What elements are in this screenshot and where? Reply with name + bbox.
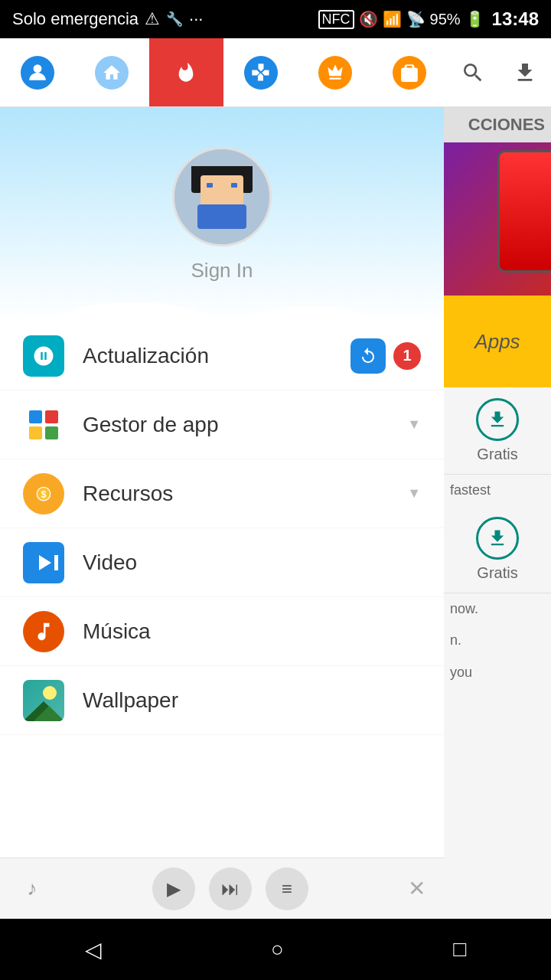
- avatar[interactable]: [172, 147, 272, 247]
- avatar-image: [174, 149, 269, 244]
- nfc-icon: NFC: [318, 10, 354, 29]
- download-circle-icon-2: [476, 517, 519, 560]
- menu-item-wallpaper[interactable]: Wallpaper: [0, 666, 444, 735]
- home-button[interactable]: ○: [271, 937, 284, 962]
- text-block-1: fastest: [444, 475, 551, 506]
- nav-trending[interactable]: [149, 38, 223, 106]
- text-block-4: you: [444, 657, 551, 688]
- main-area: Sign In Actualización 1: [0, 107, 551, 919]
- status-right: NFC 🔇 📶 📡 95% 🔋 13:48: [318, 8, 539, 30]
- battery-icon: 🔋: [465, 10, 484, 28]
- nav-home[interactable]: [74, 38, 148, 106]
- gratis-item-1[interactable]: Gratis: [444, 387, 551, 475]
- you-text: you: [450, 665, 472, 680]
- nav-briefcase[interactable]: [372, 38, 446, 106]
- top-nav: [0, 38, 551, 107]
- chevron-down-icon: ▼: [407, 416, 421, 433]
- sign-in-text[interactable]: Sign In: [191, 259, 253, 283]
- play-button[interactable]: ▶: [152, 867, 195, 910]
- menu-list: Actualización 1: [0, 322, 444, 919]
- emergency-icon: ⚠: [145, 9, 160, 29]
- now-text: now.: [450, 601, 478, 616]
- chevron-down-icon-2: ▼: [407, 485, 421, 501]
- skip-button[interactable]: ⏭: [209, 867, 252, 910]
- time-display: 13:48: [492, 8, 539, 30]
- menu-item-video[interactable]: Video: [0, 528, 444, 597]
- player-bar: ♪ ▶ ⏭ ≡ ✕: [0, 858, 444, 919]
- cloud-decoration: [0, 276, 444, 322]
- gestor-label: Gestor de app: [83, 413, 407, 437]
- right-header: CCIONES: [444, 107, 551, 142]
- apps-banner[interactable]: Apps: [444, 296, 551, 387]
- apps-label: Apps: [474, 330, 520, 354]
- recent-button[interactable]: □: [453, 937, 466, 962]
- actualizacion-right: 1: [350, 338, 421, 374]
- sys-nav: ◁ ○ □: [0, 919, 551, 980]
- menu-item-gestor[interactable]: Gestor de app ▼: [0, 390, 444, 459]
- back-button[interactable]: ◁: [85, 937, 102, 962]
- status-left: Solo emergencia ⚠ 🔧 ···: [12, 9, 203, 29]
- signal-icon: 📡: [406, 10, 425, 28]
- player-controls: ▶ ⏭ ≡: [60, 867, 401, 910]
- menu-item-recursos[interactable]: $ Recursos ▼: [0, 459, 444, 528]
- video-icon: [23, 542, 64, 583]
- actualizacion-label: Actualización: [83, 344, 350, 368]
- music-icon: [23, 611, 64, 652]
- text-block-2: now.: [444, 593, 551, 625]
- gamepad-icon: [244, 56, 278, 90]
- nav-games[interactable]: [223, 38, 298, 106]
- person-icon: [21, 56, 54, 90]
- video-label: Video: [83, 550, 421, 575]
- profile-header[interactable]: Sign In: [0, 107, 444, 322]
- wallpaper-label: Wallpaper: [83, 688, 421, 713]
- briefcase-icon: [393, 56, 426, 90]
- music-note-icon: ♪: [12, 869, 52, 909]
- fastest-text: fastest: [450, 482, 491, 498]
- search-button[interactable]: [447, 38, 499, 106]
- battery-text: 95%: [430, 11, 461, 28]
- right-panel: CCIONES Apps Gratis fastest: [444, 107, 551, 919]
- phone-preview: [497, 150, 551, 273]
- gratis-text-2: Gratis: [477, 564, 517, 582]
- menu-item-musica[interactable]: Música: [0, 597, 444, 666]
- recursos-label: Recursos: [83, 482, 407, 506]
- update-app-icon: [350, 338, 386, 374]
- wallpaper-icon: [23, 680, 64, 721]
- fire-icon: [169, 56, 203, 90]
- musica-label: Música: [83, 619, 421, 644]
- promo-image-1[interactable]: [444, 142, 551, 296]
- status-bar: Solo emergencia ⚠ 🔧 ··· NFC 🔇 📶 📡 95% 🔋 …: [0, 0, 551, 38]
- home-icon: [95, 56, 129, 90]
- gratis-text-1: Gratis: [477, 446, 517, 463]
- n-text: n.: [450, 632, 461, 648]
- carrier-text: Solo emergencia: [12, 9, 139, 29]
- sidebar: Sign In Actualización 1: [0, 107, 444, 919]
- grid-icon: [23, 404, 64, 446]
- close-button[interactable]: ✕: [401, 874, 432, 904]
- update-icon: [23, 335, 64, 377]
- text-block-3: n.: [444, 625, 551, 656]
- nav-profile[interactable]: [0, 38, 74, 106]
- coin-icon: $: [23, 473, 64, 514]
- badge-count: 1: [393, 342, 421, 370]
- gratis-item-2[interactable]: Gratis: [444, 506, 551, 593]
- svg-point-0: [33, 64, 41, 73]
- playlist-button[interactable]: ≡: [266, 867, 308, 910]
- nav-crown[interactable]: [298, 38, 372, 106]
- more-icon: ···: [189, 9, 203, 29]
- mute-icon: 🔇: [359, 10, 378, 28]
- crown-icon: [318, 56, 352, 90]
- download-circle-icon-1: [476, 398, 519, 441]
- svg-text:$: $: [41, 489, 47, 500]
- download-button[interactable]: [499, 38, 551, 106]
- wrench-icon: 🔧: [166, 11, 183, 28]
- wifi-icon: 📶: [383, 10, 402, 28]
- menu-item-actualizacion[interactable]: Actualización 1: [0, 322, 444, 390]
